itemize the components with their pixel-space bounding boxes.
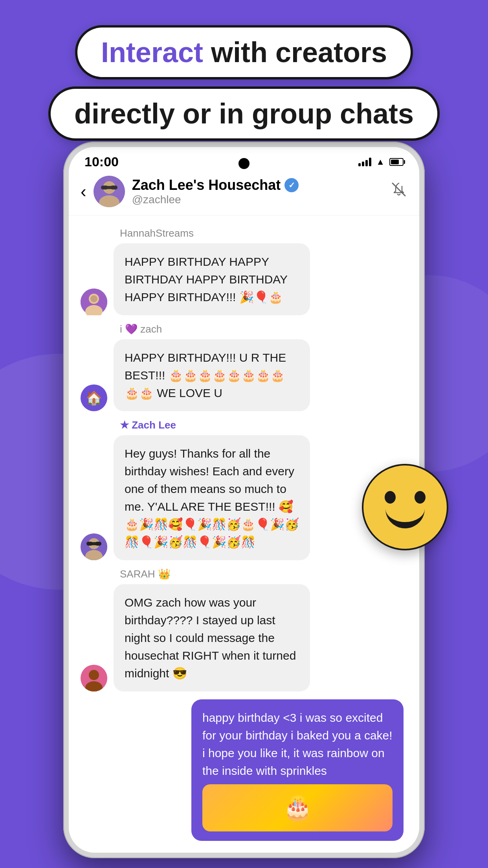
status-icons: ▲ bbox=[358, 157, 404, 167]
status-bar: 10:00 ▲ bbox=[69, 147, 419, 169]
smiley-overlay bbox=[362, 464, 448, 550]
status-time: 10:00 bbox=[84, 154, 119, 169]
avatar-zach-msg bbox=[81, 533, 107, 560]
smiley-eye-left bbox=[385, 491, 396, 504]
message-group-3: ★ Zach Lee Hey guys bbox=[81, 419, 407, 560]
own-message-row: happy birthday <3 i was so excited for y… bbox=[81, 699, 407, 841]
svg-rect-16 bbox=[95, 542, 101, 546]
message-group-2: i 💜 zach 🏠 HAPPY BIRTHDAY!!! U R THE BES… bbox=[81, 323, 407, 411]
header-badge-1: Interact with creators bbox=[77, 28, 411, 77]
own-bubble: happy birthday <3 i was so excited for y… bbox=[191, 699, 404, 841]
svg-point-18 bbox=[89, 670, 99, 680]
avatar-sarah bbox=[81, 665, 107, 691]
sender-label-2: i 💜 zach bbox=[81, 323, 407, 335]
message-bubble-4: OMG zach how was your birthday???? I sta… bbox=[114, 584, 310, 691]
chat-header: ‹ Zach Lee's Housechat ✓ bbox=[69, 169, 419, 215]
svg-rect-5 bbox=[110, 186, 117, 189]
chat-name-row: Zach Lee's Housechat ✓ bbox=[132, 177, 383, 193]
image-preview: 🎂 bbox=[202, 784, 393, 831]
header-area: Interact with creators directly or in gr… bbox=[0, 28, 488, 138]
avatar-hannah bbox=[81, 289, 107, 315]
svg-point-10 bbox=[90, 295, 97, 302]
message-group-4: SARAH 👑 OMG zach how was your birthday??… bbox=[81, 568, 407, 691]
battery-fill bbox=[391, 160, 399, 164]
header-text-2: directly or in group chats bbox=[74, 97, 414, 130]
cake-image: 🎂 bbox=[202, 784, 393, 831]
battery-icon bbox=[389, 158, 404, 166]
smiley-eye-right bbox=[415, 491, 426, 504]
chat-name: Zach Lee's Housechat bbox=[132, 177, 281, 193]
wifi-icon: ▲ bbox=[376, 157, 385, 167]
svg-rect-15 bbox=[86, 542, 93, 546]
smiley-mouth bbox=[385, 509, 425, 528]
message-bubble-1: HAPPY BIRTHDAY HAPPY BIRTHDAY HAPPY BIRT… bbox=[114, 243, 310, 315]
verified-badge: ✓ bbox=[284, 178, 299, 192]
svg-line-6 bbox=[393, 183, 405, 196]
signal-icon bbox=[358, 158, 371, 166]
mute-button[interactable] bbox=[390, 181, 407, 202]
sender-label-3: ★ Zach Lee bbox=[81, 419, 407, 431]
svg-rect-4 bbox=[101, 186, 108, 189]
back-button[interactable]: ‹ bbox=[81, 182, 86, 201]
message-row-3: Hey guys! Thanks for all the birthday wi… bbox=[81, 435, 407, 560]
smiley-eyes bbox=[363, 491, 447, 504]
phone-mockup: 10:00 ▲ ‹ bbox=[63, 142, 425, 858]
chat-handle: @zachlee bbox=[132, 193, 383, 206]
sender-label-4: SARAH 👑 bbox=[81, 568, 407, 580]
message-bubble-2: HAPPY BIRTHDAY!!! U R THE BEST!!! 🎂🎂🎂🎂🎂🎂… bbox=[114, 339, 310, 411]
message-row-4: OMG zach how was your birthday???? I sta… bbox=[81, 584, 407, 691]
message-group-1: HannahStreams HAPPY BIRTHDAY HAPPY BIRTH… bbox=[81, 227, 407, 315]
cake-emoji: 🎂 bbox=[283, 790, 312, 826]
header-highlight: Interact bbox=[101, 37, 203, 68]
message-row-2: 🏠 HAPPY BIRTHDAY!!! U R THE BEST!!! 🎂🎂🎂🎂… bbox=[81, 339, 407, 411]
header-text-1: Interact with creators bbox=[101, 36, 387, 68]
chat-info: Zach Lee's Housechat ✓ @zachlee bbox=[132, 177, 383, 206]
camera-cutout bbox=[238, 158, 250, 169]
smiley-face bbox=[362, 464, 448, 550]
sender-label-1: HannahStreams bbox=[81, 227, 407, 239]
avatar-house: 🏠 bbox=[81, 384, 107, 411]
chat-avatar bbox=[94, 176, 125, 207]
message-bubble-3: Hey guys! Thanks for all the birthday wi… bbox=[114, 435, 310, 560]
header-badge-2: directly or in group chats bbox=[51, 89, 437, 138]
message-row-1: HAPPY BIRTHDAY HAPPY BIRTHDAY HAPPY BIRT… bbox=[81, 243, 407, 315]
